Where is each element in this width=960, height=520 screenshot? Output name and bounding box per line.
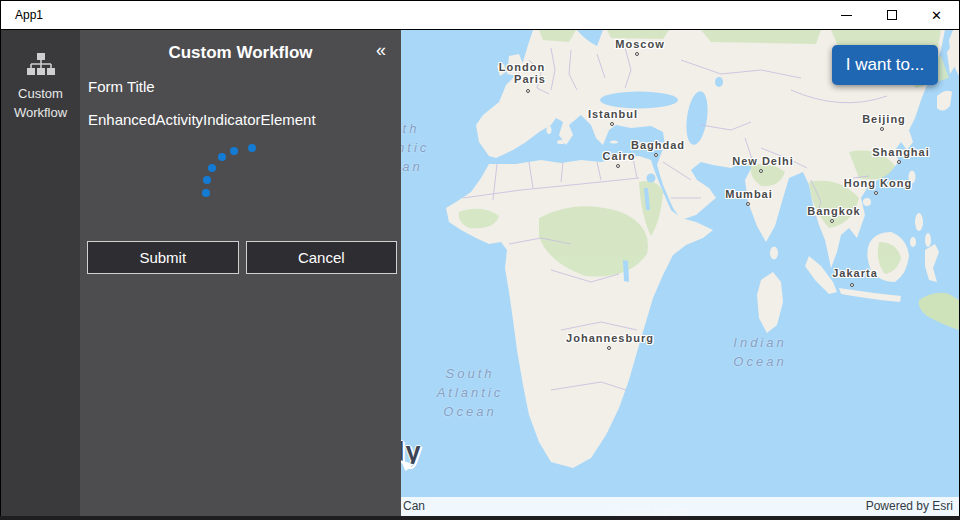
sidebar: Custom Workflow [1,30,80,516]
window-title: App1 [1,8,824,22]
panel-title: Custom Workflow [80,43,401,63]
city-marker [880,127,884,131]
ocean-label: Ocean [443,404,496,419]
attribution-left-text: Can [403,497,425,516]
window-bottom-border [0,516,960,520]
app-window: App1 ✕ Custo [0,0,960,520]
city-marker [526,89,530,93]
city-marker [610,122,614,126]
city-label: Cairo [602,150,635,162]
city-marker [654,153,658,157]
close-icon: ✕ [931,9,942,22]
collapse-panel-icon[interactable]: « [376,40,386,62]
spinner-dot [248,144,256,152]
spinner-dot [208,164,216,172]
ocean-label: Ocean [733,354,786,369]
activity-spinner [198,140,298,240]
city-label: Moscow [615,38,664,50]
minimize-icon [841,15,852,16]
city-marker [759,169,763,173]
city-label: Hong Kong [844,177,912,189]
city-label: Baghdad [631,139,685,151]
close-button[interactable]: ✕ [914,1,959,30]
city-label: Shanghai [872,146,930,158]
city-label: Istanbul [588,108,638,120]
maximize-button[interactable] [869,1,914,30]
sidebar-item-custom-workflow[interactable]: Custom Workflow [1,30,80,123]
cancel-button[interactable]: Cancel [246,241,398,274]
city-label: Bangkok [807,205,860,217]
spinner-dot [218,153,226,161]
city-marker [746,202,750,206]
map-attribution-bar: Can Powered by Esri [401,497,959,516]
city-label: Jakarta [832,267,878,279]
city-marker [850,283,854,287]
form-title: Form Title [88,78,155,95]
maximize-icon [887,10,897,20]
city-marker [616,164,620,168]
workflow-icon [25,52,57,80]
main-content: Custom Workflow Custom Workflow « Form T… [0,30,960,516]
city-label: Beijing [862,113,906,125]
city-label: Paris [514,73,546,85]
ocean-label: North [401,121,419,136]
i-want-to-button[interactable]: I want to... [832,45,938,85]
panel-button-row: Submit Cancel [87,241,397,274]
city-marker [874,191,878,195]
map-view[interactable]: MoscowLondonParisIstanbulBaghdadCairoNew… [401,30,959,516]
titlebar[interactable]: App1 ✕ [0,0,960,30]
city-label: London [499,61,545,73]
ocean-label: Atlantic [437,385,504,400]
workflow-panel: Custom Workflow « Form Title EnhancedAct… [80,30,401,516]
city-marker [897,160,901,164]
submit-button[interactable]: Submit [87,241,239,274]
map-labels-layer: MoscowLondonParisIstanbulBaghdadCairoNew… [401,30,959,516]
city-marker [635,52,639,56]
city-label: Johannesburg [566,332,654,344]
spinner-dot [203,176,211,184]
ocean-label: Atlantic [401,140,429,155]
activity-indicator-label: EnhancedActivityIndicatorElement [88,111,316,128]
city-marker [607,346,611,350]
minimize-button[interactable] [824,1,869,30]
ocean-label: Ocean [401,159,423,174]
sidebar-item-label: Custom Workflow [5,85,77,123]
spinner-dot [230,147,238,155]
city-label: Mumbai [725,188,773,200]
attribution-powered-by-esri: Powered by Esri [866,497,953,516]
ocean-label: South [446,366,495,381]
city-marker [830,219,834,223]
spinner-dot [202,189,210,197]
city-label: New Delhi [732,155,794,167]
ocean-label: Indian [733,335,786,350]
